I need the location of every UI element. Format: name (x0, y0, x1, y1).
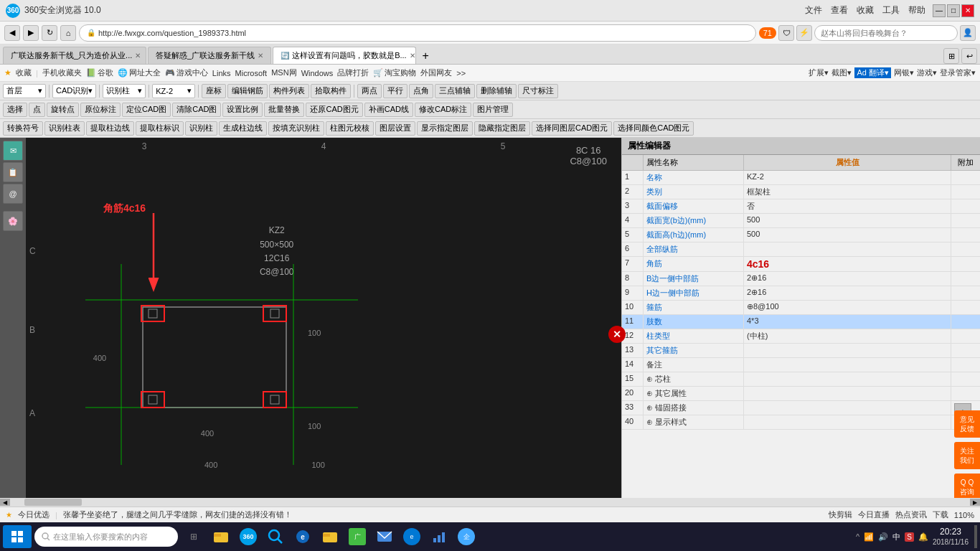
maximize-button[interactable]: □ (947, 4, 960, 17)
image-mgr-btn[interactable]: 图片管理 (473, 103, 513, 117)
gen-col-edge-btn[interactable]: 生成柱边线 (219, 121, 267, 136)
extract-col-edge-btn[interactable]: 提取柱边线 (86, 121, 134, 136)
row1-name[interactable]: 名称 (644, 171, 744, 184)
tab-list-button[interactable]: ⊞ (943, 48, 959, 64)
qq-consult-btn[interactable]: Q Q咨询 (954, 474, 980, 498)
same-layer-btn[interactable]: 选择同图层CAD图元 (532, 121, 612, 136)
bookmark-brand[interactable]: 品牌打折 (337, 67, 369, 78)
prop-row-15[interactable]: 15 ⊕ 芯柱 (622, 372, 980, 387)
prop-row-13[interactable]: 13 其它箍筋 (622, 344, 980, 358)
parallel-btn[interactable]: 平行 (383, 84, 407, 98)
row4-name[interactable]: 截面宽(b边)(mm) (644, 214, 744, 227)
floor-dropdown[interactable]: 首层▾ (3, 84, 46, 98)
sidebar-icon-1[interactable]: ✉ (3, 141, 23, 161)
row15-name[interactable]: ⊕ 芯柱 (644, 372, 744, 386)
modify-cad-btn[interactable]: 修改CAD标注 (415, 103, 471, 117)
row33-name[interactable]: ⊕ 锚固搭接 (644, 401, 744, 415)
set-scale-btn[interactable]: 设置比例 (222, 103, 263, 117)
add-cad-line-btn[interactable]: 补画CAD线 (364, 103, 413, 117)
taskbar-lang[interactable]: 中 (892, 532, 900, 542)
sidebar-icon-3[interactable]: @ (3, 184, 23, 204)
bookmark-links[interactable]: Links (212, 69, 231, 77)
prop-row-5[interactable]: 5 截面高(h边)(mm) 500 (622, 228, 980, 242)
prop-row-8[interactable]: 8 B边一侧中部筋 2⊕16 (622, 272, 980, 286)
row40-val[interactable] (744, 415, 951, 429)
prop-row-14[interactable]: 14 备注 (622, 358, 980, 372)
row6-name[interactable]: 全部纵筋 (644, 242, 744, 256)
quick-record[interactable]: 快剪辑 (829, 509, 852, 520)
select-btn[interactable]: 选择 (3, 103, 27, 117)
menu-tools[interactable]: 工具 (882, 4, 900, 17)
new-tab-button[interactable]: + (418, 48, 433, 64)
bookmark-login[interactable]: 登录管家▾ (940, 67, 976, 78)
user-btn[interactable]: 👤 (960, 25, 976, 41)
home-button[interactable]: ⌂ (60, 25, 76, 41)
row5-name[interactable]: 截面高(h边)(mm) (644, 228, 744, 242)
row5-val[interactable]: 500 (744, 228, 951, 242)
bookmark-mobile[interactable]: 手机收藏夹 (42, 67, 82, 78)
bookmark-more[interactable]: >> (456, 69, 466, 77)
row12-name[interactable]: 柱类型 (644, 329, 744, 343)
prop-row-11[interactable]: 11 肢数 4*3 (622, 315, 980, 329)
three-point-btn[interactable]: 三点辅轴 (435, 84, 475, 98)
hot-news-btn[interactable]: 热点资讯 (895, 509, 927, 520)
prop-row-3[interactable]: 3 截面偏移 否 (622, 199, 980, 214)
taskbar-time[interactable]: 20:23 2018/11/16 (933, 527, 969, 547)
taskbar-notify-icon[interactable]: 🔔 (918, 532, 928, 542)
panel-close-button[interactable]: ✕ (608, 326, 626, 343)
same-color-btn[interactable]: 选择同颜色CAD图元 (613, 121, 694, 136)
row9-val[interactable]: 2⊕16 (744, 286, 951, 300)
taskbar-app-network[interactable] (426, 524, 452, 550)
row33-val[interactable] (744, 401, 951, 415)
taskbar-app-taskview[interactable]: ⊞ (181, 524, 207, 550)
identify-col-table-btn[interactable]: 识别柱表 (44, 121, 85, 136)
tab-1-close[interactable]: ✕ (135, 52, 141, 60)
tab-2[interactable]: 答疑解惑_广联达服务新干线 ✕ (148, 47, 271, 64)
row20-name[interactable]: ⊕ 其它属性 (644, 387, 744, 400)
taskbar-app-qq[interactable]: 企 (453, 524, 479, 550)
sidebar-icon-2[interactable]: 📋 (3, 162, 23, 182)
row12-val[interactable]: (中柱) (744, 329, 951, 343)
row8-val[interactable]: 2⊕16 (744, 272, 951, 286)
bookmark-foreign[interactable]: 外国网友 (420, 67, 452, 78)
locate-cad-btn[interactable]: 定位CAD图 (122, 103, 171, 117)
taskbar-sougou[interactable]: S (905, 532, 914, 542)
component-list-btn[interactable]: 构件列表 (269, 84, 309, 98)
taskbar-app-search[interactable] (263, 524, 288, 550)
prop-row-33[interactable]: 33 ⊕ 锚固搭接 (622, 401, 980, 415)
prop-row-7[interactable]: 7 角筋 4c16 (622, 257, 980, 272)
point-btn[interactable]: 点 (29, 103, 45, 117)
row4-val[interactable]: 500 (744, 214, 951, 227)
taskbar-expand-icon[interactable]: ^ (856, 532, 859, 541)
clear-cad-btn[interactable]: 清除CAD图 (172, 103, 221, 117)
row14-val[interactable] (744, 358, 951, 372)
fill-identify-btn[interactable]: 按填充识别柱 (268, 121, 324, 136)
prop-row-2[interactable]: 2 类别 框架柱 (622, 185, 980, 199)
identify-col-btn[interactable]: 识别柱 (185, 121, 217, 136)
prop-row-40[interactable]: 40 ⊕ 显示样式 (622, 415, 980, 430)
menu-view[interactable]: 查看 (831, 4, 848, 17)
extract-col-mark-btn[interactable]: 提取柱标识 (136, 121, 184, 136)
row7-name[interactable]: 角筋 (644, 257, 744, 271)
bookmark-microsoft[interactable]: Microsoft (235, 69, 268, 77)
security-btn[interactable]: 🛡 (778, 25, 794, 41)
row20-val[interactable] (744, 387, 951, 400)
h-scrollbar[interactable]: ◀ ▶ (0, 498, 980, 507)
row13-val[interactable] (744, 344, 951, 357)
menu-file[interactable]: 文件 (805, 4, 822, 17)
prop-row-1[interactable]: 1 名称 KZ-2 (622, 171, 980, 185)
taskbar-app-mail[interactable] (372, 524, 397, 550)
bookmark-screenshot[interactable]: 截图▾ (831, 67, 852, 78)
coordinate-btn[interactable]: 座标 (202, 84, 226, 98)
prop-row-20[interactable]: 20 ⊕ 其它属性 (622, 387, 980, 401)
tab-back-button[interactable]: ↩ (961, 48, 977, 64)
convert-symbol-btn[interactable]: 转换符号 (3, 121, 43, 136)
row2-val[interactable]: 框架柱 (744, 185, 951, 199)
close-button[interactable]: ✕ (961, 4, 974, 17)
news-item[interactable]: 张馨予坐姿绝了，腿缝之间几乎零缝隙，网友们捷的选择没有错！ (63, 509, 292, 520)
bookmark-ad[interactable]: Ad 翻译▾ (854, 67, 891, 78)
bookmark-msn[interactable]: MSN网 (271, 67, 296, 78)
taskbar-net-icon[interactable]: 📶 (864, 532, 874, 542)
row9-name[interactable]: H边一侧中部筋 (644, 286, 744, 300)
extension-btn[interactable]: ⚡ (796, 25, 812, 41)
